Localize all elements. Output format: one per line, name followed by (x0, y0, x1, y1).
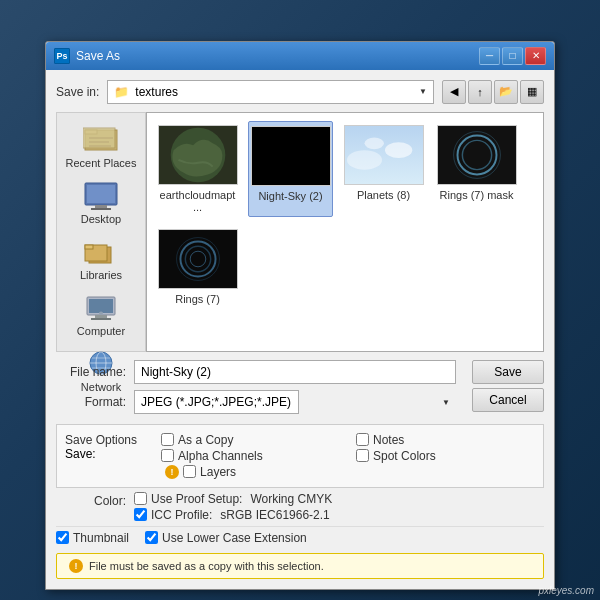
recent-icon (83, 125, 119, 155)
format-row: Format: JPEG (*.JPG;*.JPEG;*.JPE) (56, 390, 456, 414)
window-controls: ─ □ ✕ (479, 47, 546, 65)
libraries-icon (83, 237, 119, 267)
icc-profile-checkbox[interactable] (134, 508, 147, 521)
sidebar-item-desktop[interactable]: Desktop (61, 177, 141, 229)
file-item-planets[interactable]: Planets (8) (341, 121, 426, 217)
file-name-rings: Rings (7) (175, 293, 220, 305)
lower-case-checkbox[interactable] (145, 531, 158, 544)
layers-checkbox[interactable] (183, 465, 196, 478)
file-item-rings[interactable]: Rings (7) (155, 225, 240, 309)
file-thumb-night (251, 126, 331, 186)
svg-rect-9 (91, 208, 111, 210)
folder-icon: 📁 (114, 85, 129, 99)
save-as-dialog: Ps Save As ─ □ ✕ Save in: 📁 textures ▼ ◀… (45, 41, 555, 590)
warning-bar-icon: ! (69, 559, 83, 573)
thumbnail-checkbox[interactable] (56, 531, 69, 544)
save-options-title: Save Options (65, 433, 137, 447)
file-thumb-earth (158, 125, 238, 185)
alpha-channels-row: Alpha Channels (161, 449, 340, 463)
file-name-rings-mask: Rings (7) mask (440, 189, 514, 201)
thumbnail-row: Thumbnail Use Lower Case Extension (56, 526, 544, 549)
options-grid: As a Copy Notes Alpha Channels Spot (161, 433, 535, 479)
layers-label: Layers (200, 465, 236, 479)
svg-rect-26 (252, 126, 330, 185)
views-button[interactable]: ▦ (520, 80, 544, 104)
file-item-rings-mask[interactable]: Rings (7) mask (434, 121, 519, 217)
svg-point-30 (346, 150, 381, 170)
sidebar-item-recent[interactable]: Recent Places (61, 121, 141, 173)
alpha-channels-checkbox[interactable] (161, 449, 174, 462)
layers-row: ! Layers (161, 465, 340, 479)
color-options: Use Proof Setup: Working CMYK ICC Profil… (134, 492, 332, 522)
use-proof-row: Use Proof Setup: Working CMYK (134, 492, 332, 506)
color-label: Color: (56, 494, 126, 508)
notes-row: Notes (356, 433, 535, 447)
warning-icon: ! (165, 465, 179, 479)
svg-rect-31 (438, 125, 516, 184)
svg-rect-7 (87, 185, 115, 203)
use-proof-checkbox[interactable] (134, 492, 147, 505)
svg-rect-15 (89, 299, 113, 313)
computer-label: Computer (77, 325, 125, 337)
pxleyes-badge: pxleyes.com (538, 585, 594, 596)
file-thumb-planets (344, 125, 424, 185)
file-item-earth[interactable]: earthcloudmapt... (155, 121, 240, 217)
svg-point-28 (384, 142, 411, 158)
svg-rect-17 (91, 318, 111, 320)
warning-message: File must be saved as a copy with this s… (89, 560, 324, 572)
as-copy-checkbox[interactable] (161, 433, 174, 446)
format-label: Format: (56, 395, 126, 409)
notes-checkbox[interactable] (356, 433, 369, 446)
computer-icon (83, 293, 119, 323)
save-in-row: Save in: 📁 textures ▼ ◀ ↑ 📂 ▦ (56, 80, 544, 104)
file-name-night: Night-Sky (2) (258, 190, 322, 202)
sidebar-item-libraries[interactable]: Libraries (61, 233, 141, 285)
cancel-button[interactable]: Cancel (472, 388, 544, 412)
file-item-night[interactable]: Night-Sky (2) (248, 121, 333, 217)
desktop-icon (83, 181, 119, 211)
icc-profile-value: sRGB IEC61966-2.1 (220, 508, 329, 522)
color-section: Color: Use Proof Setup: Working CMYK ICC… (56, 492, 544, 522)
title-bar: Ps Save As ─ □ ✕ (46, 42, 554, 70)
use-proof-label: Use Proof Setup: (151, 492, 242, 506)
thumbnail-label: Thumbnail (73, 531, 129, 545)
save-options-section: Save Options Save: As a Copy Notes (56, 424, 544, 488)
filename-input[interactable] (134, 360, 456, 384)
save-in-value: textures (135, 85, 178, 99)
ps-icon: Ps (54, 48, 70, 64)
nav-toolbar: ◀ ↑ 📂 ▦ (442, 80, 544, 104)
libraries-label: Libraries (80, 269, 122, 281)
spot-colors-row: Spot Colors (356, 449, 535, 463)
new-folder-button[interactable]: 📂 (494, 80, 518, 104)
sidebar-item-computer[interactable]: Computer (61, 289, 141, 341)
alpha-channels-label: Alpha Channels (178, 449, 263, 463)
filename-label: File name: (56, 365, 126, 379)
format-select[interactable]: JPEG (*.JPG;*.JPEG;*.JPE) (134, 390, 299, 414)
file-name-earth: earthcloudmapt... (159, 189, 236, 213)
places-sidebar: Recent Places Desktop (56, 112, 146, 352)
use-proof-value: Working CMYK (250, 492, 332, 506)
svg-point-18 (99, 311, 103, 314)
save-button[interactable]: Save (472, 360, 544, 384)
minimize-button[interactable]: ─ (479, 47, 500, 65)
save-in-dropdown[interactable]: 📁 textures ▼ (107, 80, 434, 104)
spot-colors-checkbox[interactable] (356, 449, 369, 462)
recent-label: Recent Places (66, 157, 137, 169)
svg-rect-35 (159, 229, 237, 288)
as-copy-label: As a Copy (178, 433, 233, 447)
svg-rect-16 (95, 315, 107, 318)
back-button[interactable]: ◀ (442, 80, 466, 104)
save-in-label: Save in: (56, 85, 99, 99)
notes-label: Notes (373, 433, 404, 447)
up-button[interactable]: ↑ (468, 80, 492, 104)
desktop-label: Desktop (81, 213, 121, 225)
action-buttons: Save Cancel (472, 360, 544, 412)
maximize-button[interactable]: □ (502, 47, 523, 65)
lower-case-label: Use Lower Case Extension (162, 531, 307, 545)
icc-profile-row: ICC Profile: sRGB IEC61966-2.1 (134, 508, 332, 522)
file-grid: earthcloudmapt... Night-Sky (2) (155, 121, 535, 309)
close-button[interactable]: ✕ (525, 47, 546, 65)
file-thumb-rings (158, 229, 238, 289)
lower-case-check: Use Lower Case Extension (145, 531, 307, 545)
file-browser[interactable]: earthcloudmapt... Night-Sky (2) (146, 112, 544, 352)
